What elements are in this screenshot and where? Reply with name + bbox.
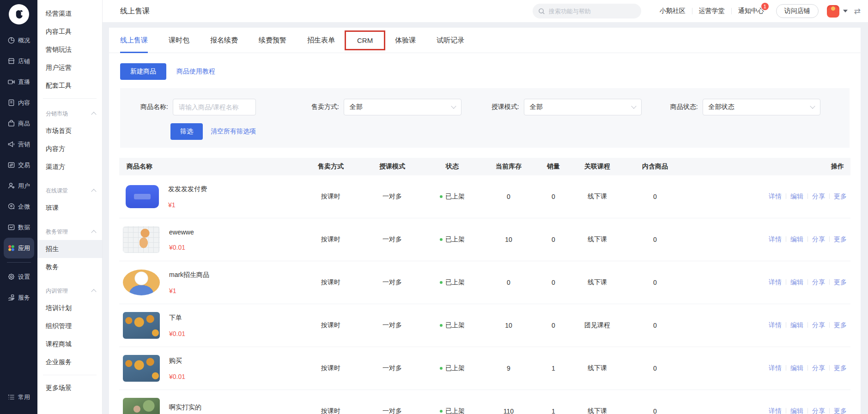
more-link[interactable]: 更多 xyxy=(834,235,847,243)
tab-renewal-warning[interactable]: 续费预警 xyxy=(259,28,286,53)
edit-link[interactable]: 编辑 xyxy=(790,192,803,200)
avatar-dropdown-caret-icon[interactable] xyxy=(843,10,848,12)
submenu-group-online-classroom[interactable]: 在线课堂 xyxy=(37,182,102,199)
edit-link[interactable]: 编辑 xyxy=(790,235,803,243)
submenu-item-class-course[interactable]: 班课 xyxy=(37,199,102,217)
rail-item-wecom[interactable]: 企微 xyxy=(4,196,34,217)
linked-course-value: 线下课 xyxy=(572,192,623,201)
share-link[interactable]: 分享 xyxy=(812,235,825,243)
submenu-item-more-scenes[interactable]: 更多场景 xyxy=(37,379,102,397)
edit-link[interactable]: 编辑 xyxy=(790,364,803,372)
submenu-item-channel-side[interactable]: 渠道方 xyxy=(37,158,102,176)
edit-link[interactable]: 编辑 xyxy=(790,321,803,329)
teach-mode-select[interactable]: 全部 xyxy=(524,99,642,115)
tab-crm[interactable]: CRM xyxy=(345,30,385,50)
submenu-item-market-home[interactable]: 市场首页 xyxy=(37,122,102,140)
rail-item-content[interactable]: 内容 xyxy=(4,92,34,113)
sell-mode-select[interactable]: 全部 xyxy=(344,99,461,115)
submenu-item-course-mall[interactable]: 课程商城 xyxy=(37,335,102,353)
product-status-select[interactable]: 全部状态 xyxy=(703,99,820,115)
detail-link[interactable]: 详情 xyxy=(769,407,782,414)
status-dot xyxy=(440,195,443,198)
more-link[interactable]: 更多 xyxy=(834,321,847,329)
product-name-label: 商品名称: xyxy=(140,103,168,111)
rail-item-live[interactable]: 直播 xyxy=(4,72,34,92)
tab-enroll-renewal[interactable]: 报名续费 xyxy=(210,28,238,53)
submenu-group-internal-training[interactable]: 内训管理 xyxy=(37,282,102,299)
share-link[interactable]: 分享 xyxy=(812,407,825,414)
teach-mode-value: 一对多 xyxy=(362,278,422,287)
submenu-item-org-management[interactable]: 组织管理 xyxy=(37,317,102,335)
tab-online-course-sales[interactable]: 线上售课 xyxy=(120,28,148,53)
academy-link[interactable]: 运营学堂 xyxy=(699,7,725,15)
community-link[interactable]: 小鹅社区 xyxy=(660,7,686,15)
visit-shop-button[interactable]: 访问店铺 xyxy=(776,4,819,18)
detail-link[interactable]: 详情 xyxy=(769,321,782,329)
submenu-item-business-channels[interactable]: 经营渠道 xyxy=(37,5,102,23)
table-header: 商品名称 售卖方式 授课模式 状态 当前库存 销量 关联课程 内含商品 操作 xyxy=(119,158,850,175)
edit-link[interactable]: 编辑 xyxy=(790,278,803,286)
rail-item-trade[interactable]: 交易 xyxy=(4,155,34,175)
more-link[interactable]: 更多 xyxy=(834,364,847,372)
search-input[interactable] xyxy=(549,8,632,15)
separator xyxy=(731,8,732,14)
data-icon xyxy=(7,223,15,231)
submenu-item-training-plan[interactable]: 培训计划 xyxy=(37,299,102,317)
more-link[interactable]: 更多 xyxy=(834,278,847,286)
submenu-item-supporting-tools[interactable]: 配套工具 xyxy=(37,77,102,95)
rail-item-frequent[interactable]: 常用 xyxy=(4,387,34,408)
tab-audition-records[interactable]: 试听记录 xyxy=(437,28,464,53)
sell-mode-label: 售卖方式: xyxy=(311,103,339,111)
rail-item-apps[interactable]: 应用 xyxy=(4,238,34,258)
rail-item-overview[interactable]: 概况 xyxy=(4,30,34,51)
avatar[interactable] xyxy=(827,5,839,18)
detail-link[interactable]: 详情 xyxy=(769,364,782,372)
submenu-item-content-side[interactable]: 内容方 xyxy=(37,140,102,158)
more-link[interactable]: 更多 xyxy=(834,407,847,414)
notification-link[interactable]: 通知中心 1 xyxy=(738,7,764,15)
product-name-input[interactable] xyxy=(173,99,256,115)
global-search[interactable] xyxy=(533,4,641,18)
detail-link[interactable]: 详情 xyxy=(769,192,782,200)
submenu-item-user-operation[interactable]: 用户运营 xyxy=(37,59,102,77)
stock-value: 0 xyxy=(482,193,535,200)
teach-mode-value: 一对多 xyxy=(362,192,422,201)
edit-link[interactable]: 编辑 xyxy=(790,407,803,414)
rail-item-marketing[interactable]: 营销 xyxy=(4,134,34,155)
product-price: ¥0.01 xyxy=(169,330,185,337)
teach-mode-value: 一对多 xyxy=(362,407,422,414)
clear-filters-link[interactable]: 清空所有筛选项 xyxy=(211,127,256,136)
rail-item-settings[interactable]: 设置 xyxy=(4,266,34,287)
more-link[interactable]: 更多 xyxy=(834,192,847,200)
tab-lesson-package[interactable]: 课时包 xyxy=(169,28,189,53)
rail-item-goods[interactable]: 商品 xyxy=(4,113,34,134)
share-link[interactable]: 分享 xyxy=(812,192,825,200)
submenu-item-enrollment[interactable]: 招生 xyxy=(37,240,102,258)
rail-item-users[interactable]: 用户 xyxy=(4,175,34,196)
submenu-group-academic-management[interactable]: 教务管理 xyxy=(37,223,102,240)
share-link[interactable]: 分享 xyxy=(812,364,825,372)
filter-button[interactable]: 筛选 xyxy=(170,123,203,140)
submenu-item-academic-affairs[interactable]: 教务 xyxy=(37,258,102,276)
switch-account-icon[interactable]: ⇄ xyxy=(854,6,861,16)
tab-enrollment-form[interactable]: 招生表单 xyxy=(307,28,335,53)
logo[interactable] xyxy=(9,4,29,24)
detail-link[interactable]: 详情 xyxy=(769,235,782,243)
rail-item-service[interactable]: 服务 xyxy=(4,287,34,308)
submenu-item-marketing-play[interactable]: 营销玩法 xyxy=(37,41,102,59)
rail-item-data[interactable]: 数据 xyxy=(4,217,34,238)
sales-value: 0 xyxy=(535,279,572,286)
submenu-item-enterprise-service[interactable]: 企业服务 xyxy=(37,353,102,371)
new-product-button[interactable]: 新建商品 xyxy=(120,63,166,80)
product-tutorial-link[interactable]: 商品使用教程 xyxy=(176,67,215,76)
page-title: 线上售课 xyxy=(120,6,150,16)
share-link[interactable]: 分享 xyxy=(812,278,825,286)
detail-link[interactable]: 详情 xyxy=(769,278,782,286)
submenu-item-content-tools[interactable]: 内容工具 xyxy=(37,23,102,41)
linked-course-value: 线下课 xyxy=(572,407,623,414)
tab-trial-course[interactable]: 体验课 xyxy=(395,28,416,53)
submenu-group-distribution-market[interactable]: 分销市场 xyxy=(37,105,102,122)
rail-item-shop[interactable]: 店铺 xyxy=(4,51,34,72)
filter-panel: 商品名称: 售卖方式: 全部 授课模式: 全部 xyxy=(120,88,850,148)
share-link[interactable]: 分享 xyxy=(812,321,825,329)
